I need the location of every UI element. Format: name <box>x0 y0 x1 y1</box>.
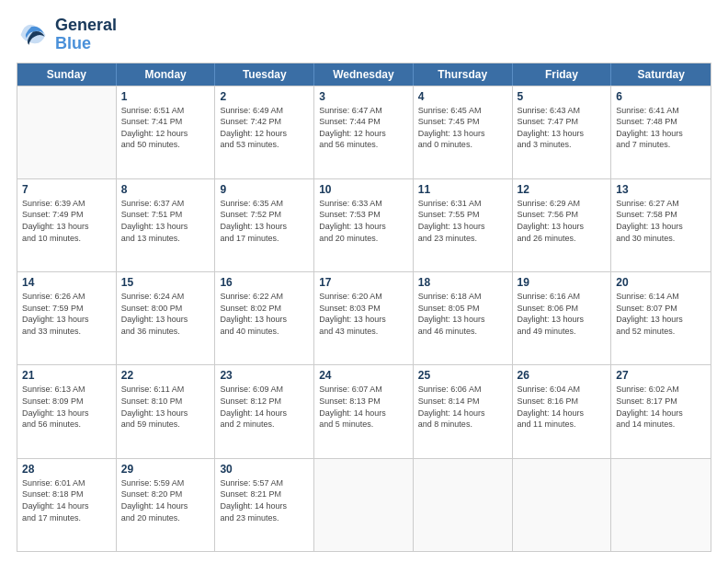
cell-date: 28 <box>22 463 111 476</box>
calendar-cell: 6Sunrise: 6:41 AM Sunset: 7:48 PM Daylig… <box>611 86 711 178</box>
calendar-cell: 17Sunrise: 6:20 AM Sunset: 8:03 PM Dayli… <box>314 272 414 364</box>
calendar-header: SundayMondayTuesdayWednesdayThursdayFrid… <box>17 63 711 86</box>
cell-date: 3 <box>319 90 408 103</box>
calendar-cell: 29Sunrise: 5:59 AM Sunset: 8:20 PM Dayli… <box>117 459 216 551</box>
calendar-cell: 21Sunrise: 6:13 AM Sunset: 8:09 PM Dayli… <box>17 365 117 457</box>
cell-date: 7 <box>22 183 111 196</box>
cell-date: 12 <box>518 183 607 196</box>
cell-info: Sunrise: 6:07 AM Sunset: 8:13 PM Dayligh… <box>319 384 408 430</box>
cell-date: 6 <box>616 90 706 103</box>
calendar-body: 1Sunrise: 6:51 AM Sunset: 7:41 PM Daylig… <box>17 86 711 551</box>
cell-info: Sunrise: 6:51 AM Sunset: 7:41 PM Dayligh… <box>121 105 210 151</box>
calendar-row-4: 28Sunrise: 6:01 AM Sunset: 8:18 PM Dayli… <box>17 458 711 551</box>
cell-info: Sunrise: 6:41 AM Sunset: 7:48 PM Dayligh… <box>616 105 706 151</box>
day-header-saturday: Saturday <box>611 63 711 86</box>
cell-date: 14 <box>22 276 111 289</box>
cell-info: Sunrise: 6:47 AM Sunset: 7:44 PM Dayligh… <box>319 105 408 151</box>
calendar-row-1: 7Sunrise: 6:39 AM Sunset: 7:49 PM Daylig… <box>17 178 711 271</box>
calendar-cell <box>17 86 117 178</box>
calendar-cell: 9Sunrise: 6:35 AM Sunset: 7:52 PM Daylig… <box>215 179 314 271</box>
calendar-row-2: 14Sunrise: 6:26 AM Sunset: 7:59 PM Dayli… <box>17 271 711 364</box>
cell-info: Sunrise: 6:14 AM Sunset: 8:07 PM Dayligh… <box>616 291 706 337</box>
cell-date: 21 <box>22 369 111 382</box>
cell-date: 23 <box>220 369 309 382</box>
cell-date: 9 <box>220 183 309 196</box>
calendar-cell: 19Sunrise: 6:16 AM Sunset: 8:06 PM Dayli… <box>513 272 612 364</box>
day-header-friday: Friday <box>513 63 612 86</box>
cell-date: 27 <box>616 369 706 382</box>
calendar-cell: 11Sunrise: 6:31 AM Sunset: 7:55 PM Dayli… <box>414 179 513 271</box>
page: General Blue SundayMondayTuesdayWednesda… <box>0 0 728 563</box>
calendar-row-3: 21Sunrise: 6:13 AM Sunset: 8:09 PM Dayli… <box>17 364 711 457</box>
cell-date: 1 <box>121 90 210 103</box>
header: General Blue <box>17 17 711 53</box>
cell-info: Sunrise: 6:13 AM Sunset: 8:09 PM Dayligh… <box>22 384 111 430</box>
cell-info: Sunrise: 6:26 AM Sunset: 7:59 PM Dayligh… <box>22 291 111 337</box>
cell-info: Sunrise: 6:11 AM Sunset: 8:10 PM Dayligh… <box>121 384 210 430</box>
cell-info: Sunrise: 5:59 AM Sunset: 8:20 PM Dayligh… <box>121 477 210 523</box>
calendar-cell: 25Sunrise: 6:06 AM Sunset: 8:14 PM Dayli… <box>414 365 513 457</box>
calendar-cell <box>314 459 414 551</box>
cell-info: Sunrise: 6:04 AM Sunset: 8:16 PM Dayligh… <box>518 384 607 430</box>
calendar-cell: 1Sunrise: 6:51 AM Sunset: 7:41 PM Daylig… <box>117 86 216 178</box>
cell-date: 13 <box>616 183 706 196</box>
calendar: SundayMondayTuesdayWednesdayThursdayFrid… <box>17 63 711 552</box>
day-header-thursday: Thursday <box>414 63 513 86</box>
cell-date: 26 <box>518 369 607 382</box>
calendar-cell: 8Sunrise: 6:37 AM Sunset: 7:51 PM Daylig… <box>117 179 216 271</box>
calendar-cell: 30Sunrise: 5:57 AM Sunset: 8:21 PM Dayli… <box>215 459 314 551</box>
cell-info: Sunrise: 6:06 AM Sunset: 8:14 PM Dayligh… <box>418 384 507 430</box>
calendar-cell: 16Sunrise: 6:22 AM Sunset: 8:02 PM Dayli… <box>215 272 314 364</box>
calendar-cell: 12Sunrise: 6:29 AM Sunset: 7:56 PM Dayli… <box>513 179 612 271</box>
calendar-cell: 24Sunrise: 6:07 AM Sunset: 8:13 PM Dayli… <box>314 365 414 457</box>
cell-date: 19 <box>518 276 607 289</box>
calendar-row-0: 1Sunrise: 6:51 AM Sunset: 7:41 PM Daylig… <box>17 86 711 178</box>
cell-date: 18 <box>418 276 507 289</box>
cell-info: Sunrise: 6:37 AM Sunset: 7:51 PM Dayligh… <box>121 198 210 244</box>
cell-date: 4 <box>418 90 507 103</box>
calendar-cell: 2Sunrise: 6:49 AM Sunset: 7:42 PM Daylig… <box>215 86 314 178</box>
cell-info: Sunrise: 6:29 AM Sunset: 7:56 PM Dayligh… <box>518 198 607 244</box>
cell-info: Sunrise: 6:22 AM Sunset: 8:02 PM Dayligh… <box>220 291 309 337</box>
cell-date: 15 <box>121 276 210 289</box>
day-header-sunday: Sunday <box>17 63 117 86</box>
calendar-cell: 13Sunrise: 6:27 AM Sunset: 7:58 PM Dayli… <box>611 179 711 271</box>
cell-info: Sunrise: 6:24 AM Sunset: 8:00 PM Dayligh… <box>121 291 210 337</box>
cell-date: 16 <box>220 276 309 289</box>
cell-date: 17 <box>319 276 408 289</box>
cell-date: 8 <box>121 183 210 196</box>
logo-text: General Blue <box>55 17 117 53</box>
calendar-cell: 10Sunrise: 6:33 AM Sunset: 7:53 PM Dayli… <box>314 179 414 271</box>
calendar-cell <box>513 459 612 551</box>
logo-icon <box>17 18 50 52</box>
cell-date: 29 <box>121 463 210 476</box>
calendar-cell: 26Sunrise: 6:04 AM Sunset: 8:16 PM Dayli… <box>513 365 612 457</box>
cell-date: 24 <box>319 369 408 382</box>
day-header-tuesday: Tuesday <box>215 63 314 86</box>
cell-info: Sunrise: 6:16 AM Sunset: 8:06 PM Dayligh… <box>518 291 607 337</box>
day-header-monday: Monday <box>117 63 216 86</box>
cell-info: Sunrise: 6:20 AM Sunset: 8:03 PM Dayligh… <box>319 291 408 337</box>
cell-date: 20 <box>616 276 706 289</box>
logo: General Blue <box>17 17 117 53</box>
calendar-cell: 27Sunrise: 6:02 AM Sunset: 8:17 PM Dayli… <box>611 365 711 457</box>
cell-date: 5 <box>518 90 607 103</box>
cell-info: Sunrise: 6:43 AM Sunset: 7:47 PM Dayligh… <box>518 105 607 151</box>
calendar-cell: 3Sunrise: 6:47 AM Sunset: 7:44 PM Daylig… <box>314 86 414 178</box>
cell-date: 30 <box>220 463 309 476</box>
cell-info: Sunrise: 5:57 AM Sunset: 8:21 PM Dayligh… <box>220 477 309 523</box>
calendar-cell: 15Sunrise: 6:24 AM Sunset: 8:00 PM Dayli… <box>117 272 216 364</box>
cell-date: 2 <box>220 90 309 103</box>
cell-date: 11 <box>418 183 507 196</box>
cell-info: Sunrise: 6:45 AM Sunset: 7:45 PM Dayligh… <box>418 105 507 151</box>
cell-date: 10 <box>319 183 408 196</box>
cell-info: Sunrise: 6:35 AM Sunset: 7:52 PM Dayligh… <box>220 198 309 244</box>
calendar-cell: 4Sunrise: 6:45 AM Sunset: 7:45 PM Daylig… <box>414 86 513 178</box>
calendar-cell: 22Sunrise: 6:11 AM Sunset: 8:10 PM Dayli… <box>117 365 216 457</box>
calendar-cell: 20Sunrise: 6:14 AM Sunset: 8:07 PM Dayli… <box>611 272 711 364</box>
day-header-wednesday: Wednesday <box>314 63 414 86</box>
calendar-cell <box>611 459 711 551</box>
cell-info: Sunrise: 6:09 AM Sunset: 8:12 PM Dayligh… <box>220 384 309 430</box>
calendar-cell: 5Sunrise: 6:43 AM Sunset: 7:47 PM Daylig… <box>513 86 612 178</box>
calendar-cell: 28Sunrise: 6:01 AM Sunset: 8:18 PM Dayli… <box>17 459 117 551</box>
